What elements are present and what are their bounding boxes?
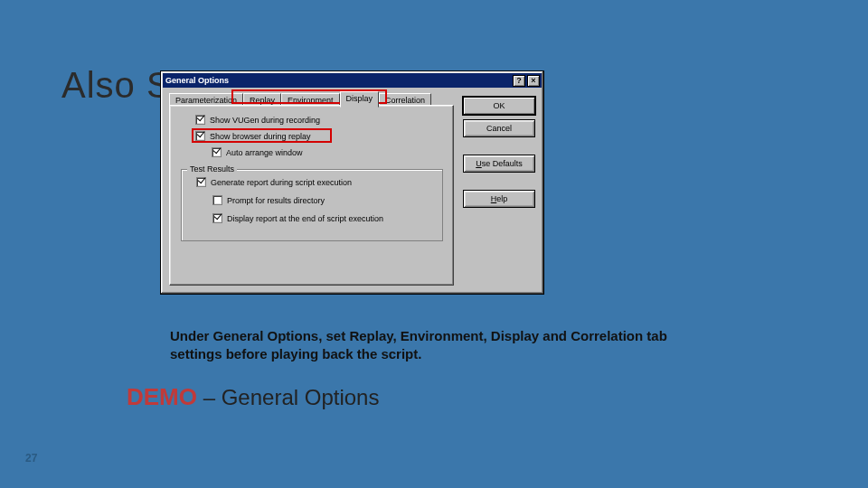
checkbox-prompt-dir-row[interactable]: Prompt for results directory: [212, 195, 325, 205]
group-label: Test Results: [187, 164, 237, 174]
cancel-button[interactable]: Cancel: [463, 119, 535, 137]
dialog-titlebar: General Options ? ×: [163, 73, 542, 88]
demo-line: DEMO – General Options: [127, 383, 379, 411]
checkbox-icon[interactable]: [212, 213, 222, 223]
dialog-title: General Options: [165, 76, 511, 85]
checkbox-show-vugen-row[interactable]: Show VUGen during recording: [195, 115, 320, 125]
help-icon[interactable]: ?: [513, 75, 525, 87]
use-defaults-rest: se Defaults: [482, 159, 523, 168]
checkbox-icon[interactable]: [212, 195, 222, 205]
checkbox-show-browser-row[interactable]: Show browser during replay: [195, 131, 311, 141]
checkbox-label: Auto arrange window: [226, 148, 303, 157]
demo-sub: – General Options: [197, 385, 379, 409]
test-results-group: Test Results Generate report during scri…: [181, 169, 443, 241]
display-tab-pane: Show VUGen during recording Show browser…: [169, 105, 454, 286]
ok-button[interactable]: OK: [463, 97, 535, 115]
checkbox-icon[interactable]: [195, 115, 205, 125]
checkbox-icon[interactable]: [196, 177, 206, 187]
checkbox-display-report-row[interactable]: Display report at the end of script exec…: [212, 213, 383, 223]
checkbox-label: Display report at the end of script exec…: [227, 214, 383, 223]
slide-caption: Under General Options, set Replay, Envir…: [170, 327, 676, 364]
checkbox-icon[interactable]: [212, 147, 222, 157]
checkbox-label: Show VUGen during recording: [210, 116, 320, 125]
checkbox-label: Show browser during replay: [210, 132, 311, 141]
help-button[interactable]: Help: [463, 190, 535, 208]
checkbox-generate-report-row[interactable]: Generate report during script execution: [196, 177, 352, 187]
help-rest: elp: [496, 194, 507, 203]
demo-label: DEMO: [127, 383, 197, 410]
use-defaults-button[interactable]: Use Defaults: [463, 155, 535, 173]
checkbox-icon[interactable]: [195, 131, 205, 141]
general-options-dialog: General Options ? × Parameterization Rep…: [160, 70, 544, 295]
checkbox-auto-arrange-row[interactable]: Auto arrange window: [212, 147, 303, 157]
checkbox-label: Generate report during script execution: [211, 178, 352, 187]
tab-display[interactable]: Display: [340, 91, 380, 108]
close-icon[interactable]: ×: [527, 75, 540, 87]
checkbox-label: Prompt for results directory: [227, 196, 325, 205]
page-number: 27: [25, 452, 37, 465]
